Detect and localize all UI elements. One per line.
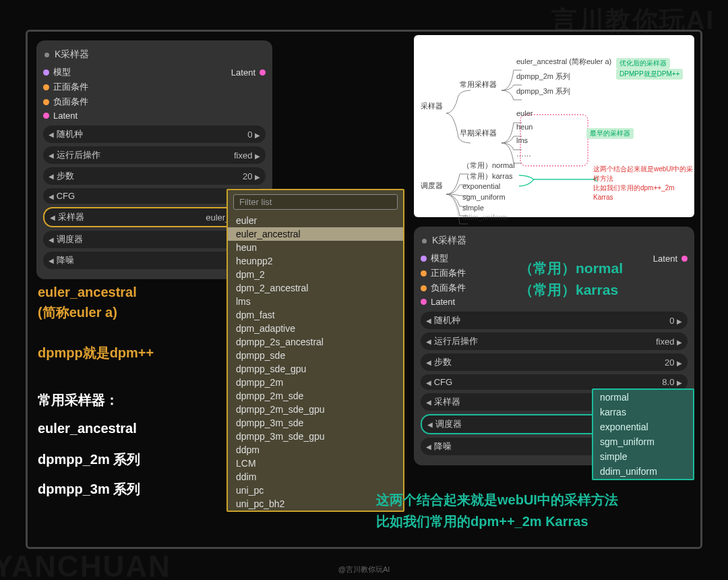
mm-node-scheduler: 调度器 <box>421 181 443 191</box>
note-combine-1: 这两个结合起来就是webUI中的采样方法 <box>376 491 618 509</box>
filter-input[interactable]: Filter list <box>233 194 398 210</box>
input-port-negative[interactable] <box>43 99 49 105</box>
node-title: K采样器 <box>432 235 466 247</box>
scheduler-option[interactable]: normal <box>593 390 693 405</box>
sampler-option[interactable]: dpmpp_2m <box>228 376 403 389</box>
sampler-option[interactable]: dpm_fast <box>228 308 403 322</box>
sampler-option[interactable]: LCM <box>228 457 403 470</box>
sampler-option[interactable]: dpm_adaptive <box>228 322 403 335</box>
sampler-option[interactable]: heun <box>228 241 403 254</box>
scheduler-dropdown[interactable]: normalkarrasexponentialsgm_uniformsimple… <box>592 388 694 480</box>
note-euler-ancestral: euler_ancestral <box>38 285 137 300</box>
overlay-normal: （常用）normal <box>519 259 623 278</box>
mindmap-diagram: 采样器 调度器 常用采样器 早期采样器 euler_ancestral (简称e… <box>414 35 694 217</box>
output-port-latent[interactable] <box>681 256 688 262</box>
node-title: K采样器 <box>55 49 89 61</box>
io-out-label: Latent <box>231 67 255 78</box>
note-common-2: dpmpp_2m 系列 <box>38 451 140 469</box>
sampler-option[interactable]: dpmpp_sde_gpu <box>228 362 403 376</box>
sampler-option[interactable]: dpmpp_2m_sde_gpu <box>228 403 403 416</box>
io-label: 正面条件 <box>53 81 88 93</box>
prop-after[interactable]: ◀ 运行后操作fixed ▶ <box>421 332 688 350</box>
sampler-option[interactable]: dpmpp_2m_sde <box>228 389 403 403</box>
note-combine-2: 比如我们常用的dpm++_2m Karras <box>376 513 588 531</box>
prop-steps[interactable]: ◀ 步数20 ▶ <box>421 353 688 371</box>
note-common-heading: 常用采样器： <box>38 391 119 409</box>
chevron-right-icon: ▶ <box>255 132 260 139</box>
credit-text: @言川教你玩AI <box>0 564 728 575</box>
mm-node-early: 早期采样器 <box>460 128 497 138</box>
note-common-1: euler_ancestral <box>38 421 137 436</box>
node-collapse-dot[interactable] <box>44 53 49 57</box>
sampler-option[interactable]: ddpm <box>228 443 403 457</box>
node-collapse-dot[interactable] <box>422 239 427 243</box>
prop-cfg[interactable]: ◀ CFG8.0 ▶ <box>421 374 688 390</box>
io-label: 模型 <box>53 66 71 78</box>
sampler-option[interactable]: lms <box>228 295 403 308</box>
output-port-latent[interactable] <box>260 69 266 76</box>
note-dpmpp: dpmpp就是dpm++ <box>38 344 154 362</box>
chevron-left-icon: ◀ <box>49 131 54 138</box>
prop-seed[interactable]: ◀ 随机种0 ▶ <box>43 125 266 143</box>
prop-after[interactable]: ◀ 运行后操作fixed ▶ <box>43 146 266 164</box>
input-port-model[interactable] <box>421 256 427 262</box>
overlay-karras: （常用）karras <box>519 281 618 299</box>
sampler-option[interactable]: heunpp2 <box>228 254 403 268</box>
input-port-model[interactable] <box>43 69 49 76</box>
input-port-latent[interactable] <box>43 113 49 119</box>
io-label: Latent <box>53 111 78 121</box>
scheduler-option[interactable]: ddim_uniform <box>593 464 693 479</box>
sampler-option[interactable]: dpmpp_3m_sde_gpu <box>228 430 403 443</box>
prop-steps[interactable]: ◀ 步数20 ▶ <box>43 167 266 185</box>
scheduler-option[interactable]: sgm_uniform <box>593 434 693 449</box>
input-port-positive[interactable] <box>43 84 49 90</box>
note-euler-a: (简称euler a) <box>38 303 117 322</box>
sampler-option[interactable]: dpmpp_3m_sde <box>228 416 403 430</box>
sampler-dropdown[interactable]: Filter list eulereuler_ancestralheunheun… <box>226 189 404 512</box>
mm-node-common: 常用采样器 <box>460 80 497 90</box>
io-label: 负面条件 <box>53 96 88 108</box>
sampler-option[interactable]: dpm_2_ancestral <box>228 281 403 295</box>
scheduler-option[interactable]: exponential <box>593 419 693 434</box>
prop-seed[interactable]: ◀ 随机种0 ▶ <box>421 312 688 329</box>
sampler-option[interactable]: ddim <box>228 470 403 484</box>
sampler-option[interactable]: dpmpp_2s_ancestral <box>228 335 403 349</box>
sampler-option[interactable]: euler_ancestral <box>228 227 403 241</box>
sampler-option[interactable]: dpmpp_sde <box>228 349 403 362</box>
scheduler-option[interactable]: simple <box>593 449 693 464</box>
sampler-option[interactable]: dpm_2 <box>228 268 403 281</box>
mm-node-sampler: 采样器 <box>421 101 443 111</box>
sampler-option[interactable]: euler <box>228 214 403 227</box>
scheduler-option[interactable]: karras <box>593 405 693 419</box>
note-common-3: dpmpp_3m 系列 <box>38 480 140 498</box>
